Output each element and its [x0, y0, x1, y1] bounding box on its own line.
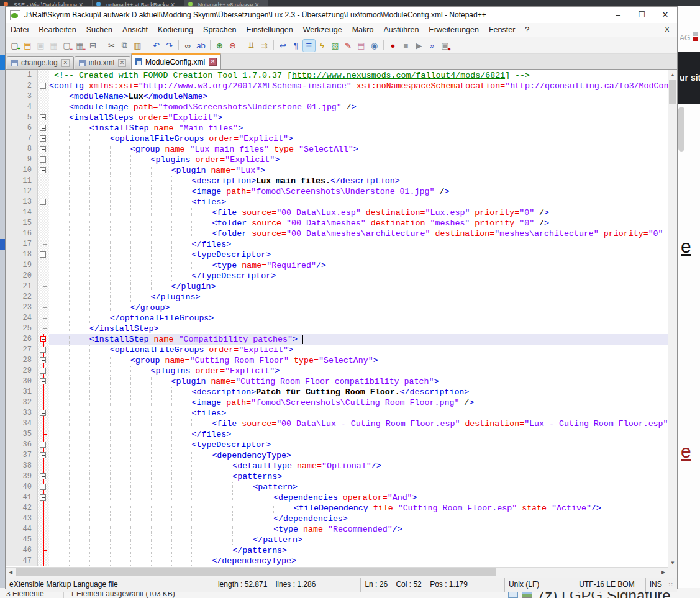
code-line[interactable]: 47 </dependencyType> — [6, 556, 668, 566]
menu-item-ausf-hren[interactable]: Ausführen — [378, 23, 424, 37]
fold-box-icon[interactable] — [40, 83, 46, 89]
code-line[interactable]: 36 <typeDescriptor> — [6, 440, 668, 450]
code-text[interactable]: <folder source="00 Data\meshes" destinat… — [49, 218, 668, 229]
code-line[interactable]: 25 </installStep> — [6, 324, 668, 334]
fold-margin[interactable] — [38, 134, 49, 144]
code-line[interactable]: 18 <typeDescriptor> — [6, 250, 668, 260]
close-all-icon[interactable]: ▦− — [74, 40, 86, 52]
copy-icon[interactable]: ⧉ — [119, 40, 130, 52]
fold-margin[interactable] — [38, 165, 49, 176]
menu-item-bearbeiten[interactable]: Bearbeiten — [34, 23, 81, 37]
code-line[interactable]: 27 <optionalFileGroups order="Explicit"> — [6, 345, 668, 355]
code-line[interactable]: 3 <moduleName>Lux</moduleName> — [6, 91, 668, 102]
code-text[interactable]: <moduleName>Lux</moduleName> — [49, 91, 668, 102]
code-line[interactable]: 19 <type name="Required"/> — [6, 260, 668, 271]
code-line[interactable]: 17 </files> — [6, 239, 668, 250]
fold-box-icon[interactable] — [40, 494, 46, 501]
fold-margin[interactable] — [38, 313, 49, 324]
code-text[interactable]: </files> — [49, 429, 668, 440]
code-line[interactable]: 9 <plugins order="Explicit"> — [6, 155, 668, 165]
fold-margin[interactable] — [38, 302, 49, 313]
code-line[interactable]: 24 </optionalFileGroups> — [6, 313, 668, 324]
fold-margin[interactable] — [38, 387, 49, 397]
code-text[interactable]: <group name="Lux main files" type="Selec… — [49, 144, 668, 155]
editor[interactable]: 1 <!-- Created with FOMOD Creation Tool … — [6, 70, 668, 568]
code-line[interactable]: 6 <installStep name="Main files"> — [6, 123, 668, 134]
code-line[interactable]: 7 <optionalFileGroups order="Explicit"> — [6, 134, 668, 144]
background-link-fragment-top[interactable]: e — [681, 236, 691, 257]
fold-margin[interactable] — [38, 176, 49, 186]
menu-item-[interactable]: ? — [520, 23, 534, 37]
code-line[interactable]: 29 <plugins order="Explicit"> — [6, 366, 668, 376]
fold-margin[interactable] — [38, 535, 49, 545]
code-line[interactable]: 32 <image path="fomod\Screenshots\Cuttin… — [6, 397, 668, 408]
tab-info-xml[interactable]: info.xml✕ — [75, 56, 130, 69]
code-line[interactable]: 42 <fileDependency file="Cutting Room Fl… — [6, 503, 668, 514]
code-text[interactable]: </group> — [49, 302, 668, 313]
code-text[interactable]: <!-- Created with FOMOD Creation Tool 1.… — [49, 70, 668, 81]
code-text[interactable]: <plugin name="Cutting Room Floor compati… — [49, 376, 668, 387]
code-text[interactable]: <optionalFileGroups order="Explicit"> — [49, 134, 668, 144]
fold-box-icon[interactable] — [40, 135, 46, 142]
title-bar[interactable]: J:\Ralf\Skyrim Backup\Laufwerk D aktuell… — [6, 7, 677, 23]
code-text[interactable]: <fileDependency file="Cutting Room Floor… — [49, 503, 668, 514]
fold-margin[interactable] — [38, 144, 49, 155]
vertical-scrollbar-thumb[interactable] — [669, 80, 676, 104]
scroll-down-arrow[interactable]: ▼ — [668, 558, 677, 568]
fold-box-icon[interactable] — [40, 146, 46, 152]
code-text[interactable]: <files> — [49, 197, 668, 207]
indent-guide-icon[interactable]: ≣ — [303, 40, 315, 52]
macro-record-icon[interactable]: ● — [387, 40, 399, 52]
fold-margin[interactable] — [38, 419, 49, 429]
fold-margin[interactable] — [38, 524, 49, 535]
code-text[interactable]: <plugins order="Explicit"> — [49, 155, 668, 165]
code-line[interactable]: 22 </plugins> — [6, 292, 668, 302]
code-text[interactable]: <file source="00 Data\Lux - Cuting Room … — [49, 419, 668, 429]
close-icon[interactable]: ▢− — [61, 40, 73, 52]
code-line[interactable]: 20 </typeDescriptor> — [6, 271, 668, 281]
code-text[interactable]: <installStep name="Compatibility patches… — [49, 334, 668, 345]
macro-stop-icon[interactable]: ■ — [400, 40, 412, 52]
code-text[interactable]: </dependencyType> — [49, 556, 668, 566]
horizontal-scrollbar-thumb[interactable] — [16, 568, 496, 576]
fold-margin[interactable] — [38, 376, 49, 387]
code-line[interactable]: 34 <file source="00 Data\Lux - Cuting Ro… — [6, 419, 668, 429]
close-button[interactable]: ✕ — [653, 7, 677, 23]
fold-box-icon[interactable] — [40, 357, 46, 363]
word-wrap-icon[interactable]: ↩ — [277, 40, 289, 52]
show-all-characters-icon[interactable]: ¶ — [290, 40, 302, 52]
fold-margin[interactable] — [38, 450, 49, 461]
code-text[interactable]: </files> — [49, 239, 668, 250]
code-line[interactable]: 4 <moduleImage path="fomod\Screenshots\U… — [6, 102, 668, 112]
fold-box-icon[interactable] — [40, 167, 46, 173]
menu-item-fenster[interactable]: Fenster — [484, 23, 520, 37]
macro-play-icon[interactable]: ▶ — [413, 40, 425, 52]
code-text[interactable]: </installStep> — [49, 324, 668, 334]
code-text[interactable]: <type name="Recommended"/> — [49, 524, 668, 535]
macro-save-icon[interactable]: ▣● — [439, 40, 451, 52]
code-line[interactable]: 40 <pattern> — [6, 482, 668, 492]
fold-margin[interactable] — [38, 503, 49, 514]
fold-box-icon[interactable] — [40, 336, 46, 342]
fold-box-icon[interactable] — [40, 368, 46, 374]
menu-item-kodierung[interactable]: Kodierung — [153, 23, 198, 37]
fold-margin[interactable] — [38, 334, 49, 345]
code-text[interactable]: <optionalFileGroups order="Explicit"> — [49, 345, 668, 355]
menu-item-ansicht[interactable]: Ansicht — [117, 23, 153, 37]
fold-margin[interactable] — [38, 345, 49, 355]
fold-margin[interactable] — [38, 292, 49, 302]
tab-close-icon[interactable]: ✕ — [118, 59, 126, 67]
code-text[interactable]: </plugins> — [49, 292, 668, 302]
code-text[interactable]: <description>Patch für Cutting Room Floo… — [49, 387, 668, 397]
code-line[interactable]: 11 <description>Lux main files.</descrip… — [6, 176, 668, 186]
fold-margin[interactable] — [38, 207, 49, 218]
code-text[interactable]: <files> — [49, 408, 668, 419]
code-text[interactable]: <typeDescriptor> — [49, 250, 668, 260]
code-line[interactable]: 35 </files> — [6, 429, 668, 440]
tab-change-log[interactable]: change.log✕ — [7, 56, 74, 69]
code-text[interactable]: <typeDescriptor> — [49, 440, 668, 450]
code-text[interactable]: <config xmlns:xsi="http://www.w3.org/200… — [49, 81, 668, 91]
fold-box-icon[interactable] — [40, 125, 46, 131]
code-text[interactable]: <defaultType name="Optional"/> — [49, 461, 668, 471]
scroll-up-arrow[interactable]: ▲ — [668, 70, 677, 79]
